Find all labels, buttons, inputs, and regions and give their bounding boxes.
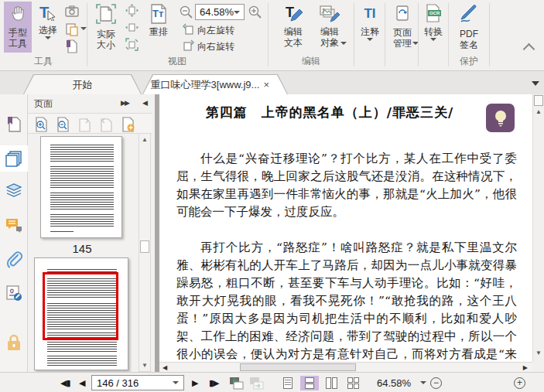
thumbnails-scrollbar-thumb[interactable] <box>140 240 149 253</box>
rotate-left-button[interactable]: 向左旋转 <box>183 23 234 37</box>
comment-icon: TI <box>364 4 375 24</box>
fit-width-icon[interactable] <box>125 21 139 35</box>
zoom-out-button[interactable]: − <box>430 373 442 392</box>
scroll-down-icon[interactable]: ▼ <box>139 360 150 371</box>
tab-document[interactable]: 重口味心理学3[www.j9... × <box>142 74 288 94</box>
single-page-view-icon[interactable] <box>279 376 297 390</box>
zoom-percentage[interactable]: 64.58% <box>377 373 411 392</box>
reflow-icon: Tᴛ <box>149 4 169 24</box>
rotate-right-button[interactable]: 向右旋转 <box>183 39 234 53</box>
protect-group-label: 保护 <box>451 55 487 68</box>
horizontal-scrollbar[interactable]: ◀ ▶ <box>159 362 532 372</box>
thumbnail-text-block <box>50 231 74 233</box>
page-number-value: 146 / 316 <box>97 377 139 389</box>
thumbnail-page-number: 145 <box>28 242 136 255</box>
actual-size-label: 实际 大小 <box>97 29 115 50</box>
actual-size-button[interactable]: 实际 大小 <box>91 2 121 53</box>
comment-button[interactable]: TI 注释 <box>357 2 383 53</box>
reflow-button[interactable]: Tᴛ 重排 <box>144 2 173 53</box>
comment-label: 注释 <box>361 26 379 37</box>
edit-text-button[interactable]: T 编辑 文本 <box>277 2 310 53</box>
lightbulb-tip-icon[interactable] <box>486 104 515 132</box>
first-page-button[interactable]: ◀▮ <box>60 373 70 392</box>
ribbon-separator <box>418 3 419 66</box>
edit-object-button[interactable]: 编辑 对象 <box>313 2 347 53</box>
rotate-right-icon <box>183 39 194 53</box>
pages-panel: 页面 ▶▶ ◀ <box>28 94 155 372</box>
pdf-sign-button[interactable]: PDF 签名 <box>451 2 487 53</box>
collapse-panel-icon[interactable]: ◀ <box>142 99 148 107</box>
edit-object-label: 编辑 对象 <box>320 26 339 48</box>
fit-visible-icon[interactable] <box>125 38 139 52</box>
rotate-right-label: 向右旋转 <box>197 40 234 53</box>
tab-start[interactable]: 开始 <box>23 74 142 94</box>
digital-signatures-panel-icon[interactable] <box>5 285 22 302</box>
edit-text-label: 编辑 文本 <box>284 26 303 48</box>
select-tool-button[interactable]: T 选择 <box>35 2 61 53</box>
page-management-button[interactable]: 页面 管理 <box>387 2 418 53</box>
purple-page-tool-icon[interactable] <box>65 39 79 53</box>
chapter-title: 第四篇 上帝的黑名单（上）/罪恶三关/ <box>159 104 500 121</box>
new-page-icon[interactable] <box>121 117 135 132</box>
page-number-field[interactable]: 146 / 316 <box>91 375 184 390</box>
previous-view-button[interactable] <box>229 373 244 392</box>
tab-close-icon[interactable]: × <box>263 79 269 90</box>
scroll-down-icon[interactable]: ▼ <box>533 349 544 356</box>
ribbon-separator <box>354 3 354 66</box>
layers-panel-icon[interactable] <box>5 181 22 198</box>
zoom-in-button[interactable]: + <box>514 373 525 392</box>
scroll-up-icon[interactable]: ▲ <box>139 134 150 145</box>
bookmarks-panel-icon[interactable] <box>5 116 22 133</box>
fit-page-icon[interactable] <box>125 4 139 18</box>
page-field-caret <box>173 381 179 384</box>
paste-dropdown-caret[interactable] <box>80 27 87 30</box>
rotate-left-icon <box>183 23 194 37</box>
tools-group-label: 工具 <box>0 55 87 68</box>
horizontal-scrollbar-thumb[interactable] <box>240 363 356 371</box>
document-page: 第四篇 上帝的黑名单（上）/罪恶三关/ 什么是“兴奋迁移理论”？打个比方，某人在… <box>159 94 532 362</box>
snapshot-camera-icon[interactable] <box>65 5 79 19</box>
comments-panel-icon[interactable] <box>5 216 22 233</box>
last-page-button[interactable]: ▮▶ <box>209 373 219 392</box>
zoom-in-icon[interactable] <box>248 5 262 19</box>
tab-list-dropdown-icon[interactable] <box>532 81 539 86</box>
current-view-rectangle[interactable] <box>43 272 118 340</box>
page-thumbnail-145[interactable] <box>40 136 122 238</box>
collapse-ribbon-chevron-icon[interactable] <box>525 43 533 49</box>
rotate-page-right-icon[interactable] <box>99 117 113 132</box>
continuous-view-icon[interactable] <box>300 376 319 390</box>
next-page-button[interactable]: ▶ <box>192 373 197 392</box>
thumbnails-scrollbar[interactable]: ▲ ▼ <box>139 133 151 372</box>
thumbnail-text-block <box>50 214 114 228</box>
rotate-page-left-icon[interactable] <box>77 117 91 132</box>
vertical-scrollbar[interactable]: ▲ ▼ <box>532 94 544 362</box>
zoom-out-icon[interactable] <box>180 5 193 19</box>
continuous-facing-view-icon[interactable] <box>344 376 362 390</box>
view-group-label: 视图 <box>87 55 267 68</box>
previous-page-button[interactable]: ◀ <box>79 373 84 392</box>
clipboard-paste-icon[interactable] <box>65 22 79 36</box>
ribbon-zoom-combobox[interactable]: 64.58% <box>195 4 245 20</box>
page-management-icon <box>393 4 412 25</box>
rotate-left-label: 向左旋转 <box>197 24 234 37</box>
page-thumbnail-146[interactable] <box>34 257 128 370</box>
reduce-thumbnails-icon[interactable] <box>56 117 70 132</box>
pages-panel-icon[interactable] <box>0 145 28 172</box>
next-view-button[interactable] <box>249 373 264 392</box>
enlarge-thumbnails-icon[interactable] <box>34 117 48 132</box>
reflow-label: 重排 <box>149 26 168 37</box>
attachments-panel-icon[interactable] <box>5 251 22 268</box>
edit-text-icon: T <box>283 4 303 24</box>
convert-ocr-icon: OCR <box>424 4 443 24</box>
zoom-dropdown-caret[interactable] <box>420 381 426 384</box>
tab-document-label: 重口味心理学3[www.j9... <box>151 78 260 92</box>
security-panel-icon[interactable] <box>5 334 22 351</box>
vertical-scrollbar-thumb[interactable] <box>534 95 543 106</box>
hand-tool-button[interactable]: 手型 工具 <box>4 2 32 53</box>
expand-panel-icon[interactable]: ▶▶ <box>121 99 128 107</box>
pages-panel-header: 页面 ▶▶ ◀ <box>28 94 155 113</box>
scroll-up-icon[interactable]: ▲ <box>533 108 544 115</box>
convert-caret <box>430 38 436 41</box>
convert-button[interactable]: OCR 转换 <box>420 2 446 53</box>
facing-view-icon[interactable] <box>322 376 340 390</box>
